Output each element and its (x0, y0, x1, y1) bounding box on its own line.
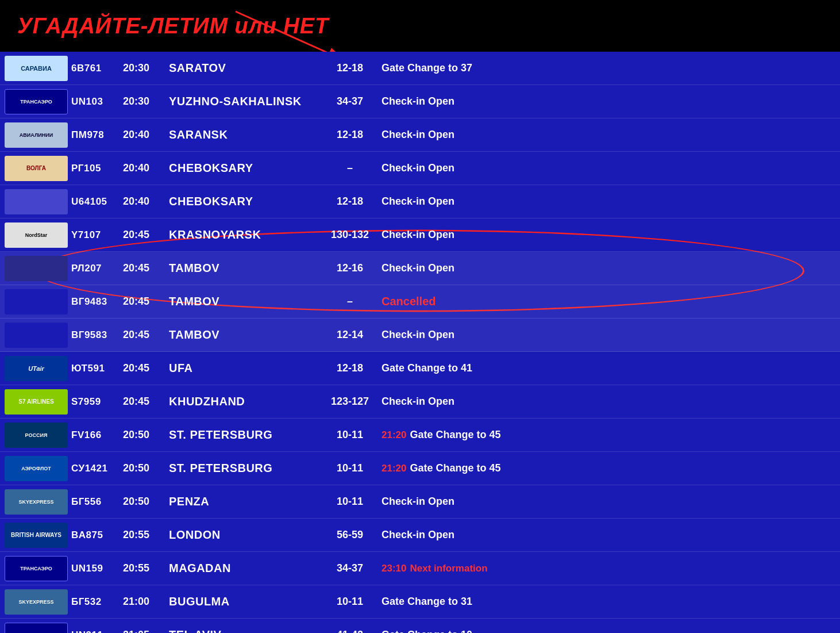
flight-status: 21:20 Gate Change to 45 (382, 462, 835, 474)
flight-gate: 10-11 (318, 429, 382, 441)
flight-gate: 10-11 (318, 462, 382, 474)
flight-status: Cancelled (382, 295, 835, 308)
flight-time: 20:45 (123, 396, 169, 408)
airline-logo (5, 323, 68, 348)
flight-gate: 123-127 (318, 396, 382, 408)
airline-logo: ТРАНСАЭРО (5, 89, 68, 114)
flight-status: Check-in Open (382, 496, 835, 508)
table-row: АЭРОФЛОТСУ142120:50ST. PETERSBURG10-1121… (0, 452, 840, 485)
flight-destination: KHUDZHAND (169, 395, 318, 408)
flight-gate: 130-132 (318, 229, 382, 241)
table-row: NordStarY710720:45KRASNOYARSK130-132Chec… (0, 218, 840, 252)
table-row: ТРАНСАЭРОUN15920:55MAGADAN34-3723:10 Nex… (0, 552, 840, 585)
flight-time: 20:40 (123, 129, 169, 141)
flight-number: 6В761 (71, 63, 123, 74)
table-row: BRITISH AIRWAYSBA87520:55LONDON56-59Chec… (0, 519, 840, 552)
table-row: SKYEXPRESSБГ55620:50PENZA10-11Check-in O… (0, 485, 840, 519)
airline-logo: АЭРОФЛОТ (5, 456, 68, 481)
flight-number: ПМ978 (71, 129, 123, 141)
flight-destination: KRASNOYARSK (169, 228, 318, 241)
flight-gate: 12-18 (318, 129, 382, 141)
status-time: 21:20 (382, 429, 406, 441)
status-text: Gate Change to 41 (382, 362, 472, 374)
table-row: U6410520:40CHEBOKSARY12-18Check-in Open (0, 185, 840, 218)
flight-status: Check-in Open (382, 229, 835, 241)
status-text: Check-in Open (382, 329, 454, 341)
status-text: Gate Change to 10 (382, 629, 472, 633)
flight-time: 20:45 (123, 362, 169, 374)
airline-logo: NordStar (5, 222, 68, 248)
flight-gate: – (318, 296, 382, 308)
flight-status: Check-in Open (382, 329, 835, 341)
flight-gate: 10-11 (318, 496, 382, 508)
status-time: 21:20 (382, 463, 406, 474)
flight-status: Check-in Open (382, 529, 835, 541)
flight-status: Gate Change to 37 (382, 62, 835, 74)
flight-destination: LONDON (169, 528, 318, 542)
airline-logo (5, 289, 68, 314)
flight-gate: 10-11 (318, 596, 382, 608)
status-text: Check-in Open (382, 195, 454, 208)
flight-number: БГ532 (71, 596, 123, 608)
flight-number: UN311 (71, 630, 123, 634)
flight-destination: ST. PETERSBURG (169, 462, 318, 475)
flight-time: 20:55 (123, 562, 169, 574)
airline-logo (5, 256, 68, 281)
status-text: Check-in Open (382, 262, 454, 274)
flight-time: 21:05 (123, 629, 169, 633)
table-row: SKYEXPRESSБГ53221:00BUGULMA10-11Gate Cha… (0, 585, 840, 619)
flight-number: СУ1421 (71, 463, 123, 474)
flight-time: 20:50 (123, 429, 169, 441)
flight-number: UN159 (71, 563, 123, 574)
status-text: Check-in Open (382, 162, 454, 174)
airline-logo: ТРАНСАЭРО (5, 556, 68, 581)
table-row: РОССИЯFV16620:50ST. PETERSBURG10-1121:20… (0, 419, 840, 452)
table-row: ТРАНСАЭРОUN10320:30YUZHNO-SAKHALINSK34-3… (0, 85, 840, 118)
airline-logo: ВОЛГА (5, 156, 68, 181)
airline-logo: S7 AIRLINES (5, 389, 68, 415)
top-bar: УГАДАЙТЕ-ЛЕТИМ или НЕТ (0, 0, 840, 52)
flight-status: 23:10 Next information (382, 563, 835, 574)
status-text: Check-in Open (382, 129, 454, 141)
status-text: Gate Change to 37 (382, 62, 472, 74)
table-row: АВИАЛИНИИПМ97820:40SARANSK12-18Check-in … (0, 118, 840, 152)
flight-destination: SARATOV (169, 62, 318, 75)
flight-gate: 12-18 (318, 62, 382, 74)
flight-gate: 12-18 (318, 362, 382, 374)
table-row: РЛ20720:45TAMBOV12-16Check-in Open (0, 252, 840, 285)
flight-number: РЛ207 (71, 263, 123, 274)
flight-gate: – (318, 162, 382, 174)
flight-status: Check-in Open (382, 162, 835, 174)
flight-destination: ST. PETERSBURG (169, 428, 318, 442)
flight-gate: 12-14 (318, 329, 382, 341)
annotation-text: УГАДАЙТЕ-ЛЕТИМ или НЕТ (17, 14, 329, 39)
status-text: Check-in Open (382, 95, 454, 108)
flight-destination: TAMBOV (169, 328, 318, 342)
flight-status: Check-in Open (382, 129, 835, 141)
table-row: САРАВИА6В76120:30SARATOV12-18Gate Change… (0, 52, 840, 85)
flight-destination: YUZHNO-SAKHALINSK (169, 95, 318, 108)
flight-destination: BUGULMA (169, 595, 318, 608)
status-text: Check-in Open (382, 529, 454, 541)
flight-number: ЮТ591 (71, 363, 123, 374)
flight-time: 20:50 (123, 462, 169, 474)
flight-time: 20:45 (123, 262, 169, 274)
flight-time: 20:30 (123, 62, 169, 74)
flight-number: S7959 (71, 396, 123, 408)
flight-number: BA875 (71, 530, 123, 541)
airline-logo (5, 189, 68, 214)
flight-number: FV166 (71, 429, 123, 441)
flight-gate: 41-42 (318, 629, 382, 633)
flight-time: 20:40 (123, 162, 169, 174)
flight-number: ВГ9483 (71, 296, 123, 308)
table-row: S7 AIRLINESS795920:45KHUDZHAND123-127Che… (0, 385, 840, 419)
airline-logo: ТРАНСАЭРО (5, 623, 68, 634)
status-text: Check-in Open (382, 229, 454, 241)
table-row: ВГ948320:45TAMBOV–Cancelled (0, 285, 840, 319)
flight-status: Check-in Open (382, 262, 835, 274)
flight-time: 20:45 (123, 229, 169, 241)
flight-gate: 12-18 (318, 195, 382, 208)
flight-number: БГ556 (71, 496, 123, 508)
flight-time: 20:45 (123, 296, 169, 308)
airline-logo: SKYEXPRESS (5, 589, 68, 615)
